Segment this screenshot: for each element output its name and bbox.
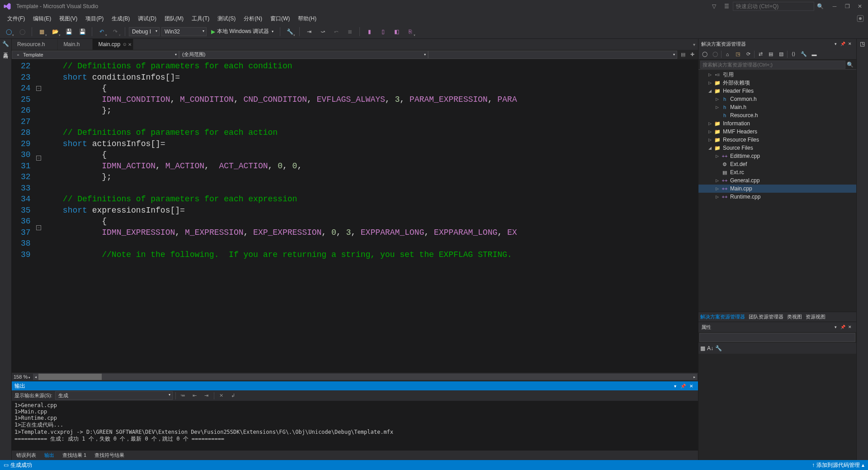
tb-icon-comment[interactable]: ▮	[363, 26, 375, 38]
props-close-icon[interactable]: ✕	[846, 323, 854, 331]
menu-item[interactable]: 文件(F)	[4, 14, 28, 24]
tree-node[interactable]: hResource.h	[698, 111, 856, 119]
tree-node[interactable]: ▷++Main.cpp	[698, 185, 856, 193]
start-debug-button[interactable]: ▶ 本地 Windows 调试器 ▾	[208, 27, 276, 36]
se-search-icon[interactable]: 🔍	[845, 62, 854, 68]
tb-icon-step-into[interactable]: ⇥	[303, 26, 315, 38]
tree-node[interactable]: ◢📁Source Files	[698, 144, 856, 152]
tree-node[interactable]: ▷hMain.h	[698, 103, 856, 111]
tree-expand-icon[interactable]: ▷	[716, 154, 721, 158]
menu-item[interactable]: 分析(N)	[240, 14, 266, 24]
properties-object-dropdown[interactable]	[699, 333, 855, 342]
output-text[interactable]: 1>General.cpp 1>Main.cpp 1>Runtime.cpp 1…	[12, 401, 698, 450]
tree-expand-icon[interactable]: ◢	[708, 146, 714, 150]
fold-toggle[interactable]: −	[36, 225, 41, 230]
tree-node[interactable]: ◢📁Header Files	[698, 87, 856, 95]
save-button[interactable]: 💾	[63, 26, 75, 38]
tree-expand-icon[interactable]: ▷	[716, 178, 721, 183]
forward-button[interactable]: ◯	[16, 26, 28, 38]
tree-node[interactable]: ▷hCommon.h	[698, 95, 856, 103]
output-next-icon[interactable]: ⇥	[202, 391, 211, 400]
far-right-icon[interactable]: ◳	[860, 41, 865, 47]
se-back-icon[interactable]: ◯	[700, 50, 709, 59]
se-code-icon[interactable]: ⟨⟩	[789, 50, 798, 59]
fold-toggle[interactable]: −	[36, 86, 41, 91]
tree-node[interactable]: ▷++Edittime.cpp	[698, 152, 856, 160]
tree-expand-icon[interactable]: ▷	[716, 97, 721, 101]
se-refresh-icon[interactable]: ⟳	[744, 50, 753, 59]
toolbox-tab[interactable]: 工具箱	[2, 49, 9, 50]
side-tab[interactable]: 类视图	[787, 313, 802, 320]
quick-launch-input[interactable]	[733, 2, 814, 11]
tree-expand-icon[interactable]: ▷	[716, 195, 721, 199]
se-wrench-icon[interactable]: 🔧	[799, 50, 808, 59]
output-pin-icon[interactable]: 📌	[679, 382, 687, 390]
output-goto-icon[interactable]: ≔	[179, 391, 188, 400]
tab-close-icon[interactable]: ✕	[128, 42, 132, 47]
se-dropdown-icon[interactable]: ▾	[832, 40, 839, 47]
output-source-dropdown[interactable]: 生成	[55, 391, 173, 400]
menu-item[interactable]: 帮助(H)	[294, 14, 320, 24]
horizontal-scrollbar[interactable]: ◂ ▸	[33, 374, 697, 380]
se-pin-icon[interactable]: 📌	[839, 40, 846, 47]
props-cat-icon[interactable]: ▦	[700, 345, 705, 351]
tree-expand-icon[interactable]: ▷	[716, 186, 721, 191]
se-search-input[interactable]	[700, 61, 845, 69]
menu-item[interactable]: 测试(S)	[214, 14, 239, 24]
tree-node[interactable]: ▷📁MMF Headers	[698, 128, 856, 136]
side-tab[interactable]: 团队资源管理器	[749, 313, 783, 320]
tree-node[interactable]: ▷++General.cpp	[698, 176, 856, 185]
menu-right-icon[interactable]	[856, 14, 868, 23]
split-v-icon[interactable]: ✚	[688, 51, 696, 59]
tree-expand-icon[interactable]: ◢	[708, 89, 714, 93]
se-close-icon[interactable]: ✕	[846, 40, 854, 47]
se-sync-icon[interactable]: ◳	[733, 50, 742, 59]
fold-toggle[interactable]: −	[36, 156, 41, 161]
tree-node[interactable]: ▷📁Resource Files	[698, 136, 856, 144]
output-clear-icon[interactable]: ⨯	[217, 391, 226, 400]
bottom-tab[interactable]: 输出	[42, 451, 56, 460]
maximize-button[interactable]: ❐	[841, 0, 854, 13]
editor-tab[interactable]: Resource.h	[12, 39, 58, 50]
toolbox-icon[interactable]: 🔧	[2, 41, 9, 47]
feedback-icon[interactable]: ☰	[720, 0, 733, 13]
undo-button[interactable]: ↶	[96, 26, 108, 38]
props-az-icon[interactable]: A↓	[707, 345, 713, 351]
menu-item[interactable]: 工具(T)	[188, 14, 213, 24]
open-button[interactable]: 📂	[49, 26, 61, 38]
editor-tab[interactable]: Main.h	[58, 39, 93, 50]
back-button[interactable]: ◯	[3, 26, 14, 38]
tree-node[interactable]: ▷++Runtime.cpp	[698, 193, 856, 201]
menu-item[interactable]: 团队(M)	[161, 14, 187, 24]
tab-pin-icon[interactable]: ⊙	[123, 42, 127, 47]
close-button[interactable]: ✕	[854, 0, 866, 13]
platform-dropdown[interactable]: Win32	[161, 27, 207, 36]
search-icon[interactable]: 🔍	[817, 3, 824, 9]
tb-icon-1[interactable]: 🔧	[284, 26, 296, 38]
editor-tab[interactable]: Main.cpp⊙✕	[93, 39, 133, 50]
notifications-icon[interactable]: ▽	[708, 0, 720, 13]
save-all-button[interactable]: 💾	[76, 26, 88, 38]
se-fwd-icon[interactable]: ◯	[711, 50, 720, 59]
redo-button[interactable]: ↷	[109, 26, 121, 38]
props-pin-icon[interactable]: 📌	[839, 323, 846, 331]
tabs-dropdown-icon[interactable]: ▾	[693, 42, 695, 47]
code-editor[interactable]: 222324252627282930313233343536373839 −−−…	[12, 60, 698, 373]
side-tab[interactable]: 解决方案资源管理器	[700, 313, 745, 320]
code-content[interactable]: // Definitions of parameters for each co…	[43, 60, 698, 373]
scroll-thumb[interactable]	[38, 374, 102, 380]
tree-expand-icon[interactable]: ▷	[716, 105, 721, 109]
split-h-icon[interactable]: ▤	[679, 51, 687, 59]
menu-item[interactable]: 生成(B)	[108, 14, 133, 24]
tree-node[interactable]: ▷📁外部依赖项	[698, 79, 856, 87]
tb-icon-bookmark[interactable]: ◧	[391, 26, 402, 38]
se-home-icon[interactable]: ⌂	[723, 50, 732, 59]
se-showall-icon[interactable]: ▧	[777, 50, 786, 59]
bottom-tab[interactable]: 错误列表	[14, 451, 38, 460]
nav-member-dropdown[interactable]	[428, 51, 677, 59]
zoom-dropdown[interactable]: 158 %	[12, 374, 32, 380]
side-tab[interactable]: 资源视图	[806, 313, 826, 320]
se-more-icon[interactable]: ▬	[810, 50, 819, 59]
output-prev-icon[interactable]: ⇤	[190, 391, 199, 400]
tb-icon-last[interactable]: ⎘	[404, 26, 416, 38]
